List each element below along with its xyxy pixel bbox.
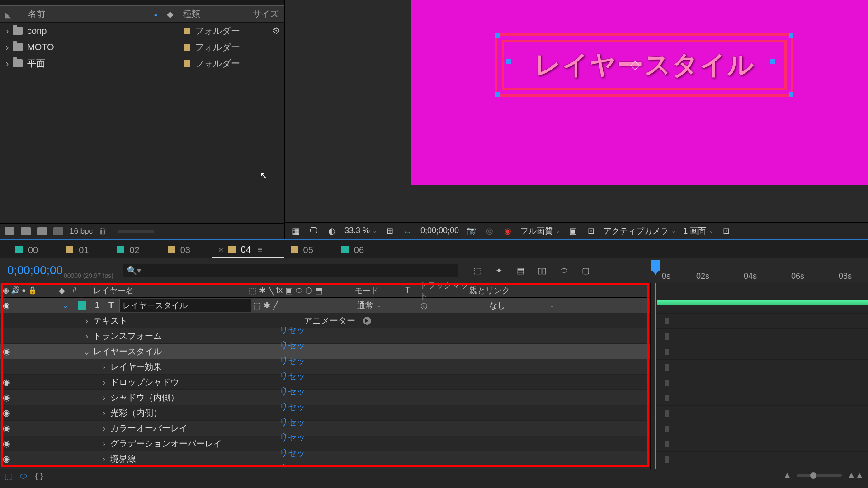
- keyframe-marker[interactable]: [665, 456, 669, 463]
- time-ruler[interactable]: 0s 02s 04s 06s 08s: [646, 258, 868, 283]
- snapshot-icon[interactable]: 📷: [466, 226, 477, 235]
- draft-3d-icon[interactable]: ✦: [493, 266, 505, 276]
- zoom-slider[interactable]: [797, 474, 842, 477]
- layer-row[interactable]: ◉ ⌄ 1 T レイヤースタイル ⬚ ✱ ╱ 通常 ⌄: [0, 298, 650, 313]
- brackets-icon[interactable]: { }: [35, 471, 45, 479]
- motion-blur-icon[interactable]: ⬭: [558, 266, 570, 276]
- keyframe-marker[interactable]: [665, 395, 669, 401]
- expand-caret-icon[interactable]: ›: [80, 331, 93, 341]
- grid-icon[interactable]: ⊞: [384, 226, 395, 235]
- toggle-modes-icon[interactable]: ⬭: [20, 471, 30, 479]
- timeline-tracks[interactable]: [650, 283, 868, 469]
- selection-handle[interactable]: [789, 33, 793, 38]
- tab-00[interactable]: 00: [9, 242, 60, 258]
- expand-caret-icon[interactable]: ›: [80, 316, 93, 326]
- expand-caret-icon[interactable]: ›: [98, 408, 110, 418]
- keyframe-marker[interactable]: [665, 426, 669, 432]
- col-name[interactable]: 名前: [14, 8, 153, 20]
- lock-icon[interactable]: 🔒: [28, 286, 37, 295]
- layer-name-input[interactable]: レイヤースタイル: [119, 299, 251, 312]
- new-folder-icon[interactable]: [21, 227, 31, 235]
- property-gradient-overlay[interactable]: ◉ › グラデーションオーバーレイ リセット: [0, 436, 650, 451]
- monitor-icon[interactable]: 🖵: [308, 226, 319, 235]
- reset-button[interactable]: リセット: [272, 447, 308, 471]
- project-column-headers[interactable]: ◣ 名前 ▲ ◆ 種類 サイズ: [0, 5, 284, 23]
- current-timecode[interactable]: 0;00;00;00: [7, 263, 63, 277]
- selection-handle[interactable]: [770, 59, 775, 64]
- expand-caret-icon[interactable]: ›: [98, 454, 110, 464]
- selection-handle[interactable]: [495, 33, 500, 38]
- show-snapshot-icon[interactable]: ◎: [484, 226, 495, 235]
- camera-dropdown[interactable]: アクティブカメラ ⌄: [604, 225, 676, 236]
- mask-icon[interactable]: ◐: [326, 226, 337, 235]
- col-type[interactable]: 種類: [180, 8, 253, 20]
- keyframe-marker[interactable]: [665, 349, 669, 355]
- transparency-icon[interactable]: ▣: [567, 226, 578, 235]
- property-inner-shadow[interactable]: ◉ › シャドウ（内側） リセット: [0, 390, 650, 405]
- property-text[interactable]: › テキスト アニメーター :: [0, 313, 650, 328]
- track-matte-dropdown[interactable]: ◎: [420, 300, 489, 310]
- tab-03[interactable]: 03: [161, 242, 212, 258]
- property-layer-effect[interactable]: › レイヤー効果 リセット: [0, 359, 650, 375]
- selection-handle[interactable]: [495, 92, 500, 97]
- zoom-out-icon[interactable]: ▲: [783, 470, 792, 480]
- label-swatch[interactable]: [184, 44, 190, 51]
- close-icon[interactable]: ×: [218, 244, 224, 255]
- animator-label[interactable]: アニメーター :: [304, 315, 360, 327]
- panel-menu-icon[interactable]: ≡: [257, 244, 263, 255]
- toggle-switches-icon[interactable]: ⬚: [5, 471, 14, 479]
- project-item[interactable]: › MOTO フォルダー: [0, 39, 284, 55]
- audio-icon[interactable]: 🔊: [11, 286, 20, 295]
- keyframe-marker[interactable]: [665, 441, 669, 447]
- pickwhip-icon[interactable]: ◎: [420, 300, 428, 310]
- new-comp-icon[interactable]: [37, 227, 47, 235]
- blend-mode-dropdown[interactable]: 通常 ⌄: [355, 300, 406, 311]
- visibility-toggle[interactable]: ◉: [3, 439, 10, 448]
- shy-icon[interactable]: ▤: [514, 266, 526, 276]
- viewer-timecode[interactable]: 0;00;00;00: [420, 226, 459, 235]
- parent-dropdown[interactable]: なし ⌄: [489, 300, 580, 311]
- sort-arrow-icon[interactable]: ▲: [153, 11, 159, 18]
- col-parent[interactable]: 親とリンク: [469, 285, 560, 296]
- keyframe-marker[interactable]: [665, 364, 669, 371]
- tab-05[interactable]: 05: [284, 242, 335, 258]
- col-num[interactable]: #: [72, 286, 89, 295]
- tab-06[interactable]: 06: [335, 242, 386, 258]
- eye-icon[interactable]: ◉: [3, 286, 9, 295]
- graph-editor-icon[interactable]: ▢: [580, 266, 591, 276]
- effects-switch[interactable]: ✱: [264, 300, 270, 310]
- text-layer-preview[interactable]: レイヤースタイル: [495, 33, 793, 97]
- expand-caret-icon[interactable]: ⌄: [56, 300, 74, 310]
- layer-duration-bar[interactable]: [657, 300, 868, 305]
- canvas[interactable]: レイヤースタイル: [411, 0, 868, 185]
- solo-icon[interactable]: ●: [22, 286, 26, 295]
- selection-handle[interactable]: [506, 59, 511, 64]
- visibility-toggle[interactable]: ◉: [3, 300, 10, 310]
- resolution-dropdown[interactable]: フル画質 ⌄: [520, 225, 560, 236]
- expand-caret-icon[interactable]: ›: [98, 439, 110, 449]
- shy-switch[interactable]: ⬚: [253, 300, 261, 310]
- keyframe-marker[interactable]: [665, 333, 669, 340]
- keyframe-marker[interactable]: [665, 380, 669, 386]
- col-size[interactable]: サイズ: [253, 8, 280, 20]
- collapse-caret-icon[interactable]: ⌄: [80, 347, 93, 357]
- pixel-aspect-icon[interactable]: ⊡: [721, 226, 731, 235]
- quality-switch[interactable]: ╱: [273, 300, 278, 310]
- zoom-dropdown[interactable]: 33.3 % ⌄: [344, 226, 377, 235]
- label-swatch[interactable]: [78, 301, 86, 310]
- frame-blend-icon[interactable]: ▯▯: [536, 266, 548, 276]
- property-stroke[interactable]: ◉ › 境界線 リセット: [0, 451, 650, 467]
- region-icon[interactable]: ▱: [402, 226, 413, 235]
- expand-caret-icon[interactable]: ›: [4, 42, 11, 52]
- 3d-view-icon[interactable]: ⊡: [585, 226, 596, 235]
- property-drop-shadow[interactable]: ◉ › ドロップシャドウ リセット: [0, 375, 650, 390]
- visibility-toggle[interactable]: ◉: [3, 393, 10, 402]
- expand-caret-icon[interactable]: ›: [4, 26, 11, 36]
- bit-depth[interactable]: 16 bpc: [70, 227, 93, 236]
- visibility-toggle[interactable]: ◉: [3, 347, 10, 356]
- adjust-icon[interactable]: [53, 227, 63, 235]
- comp-mini-flowchart-icon[interactable]: ⬚: [471, 266, 483, 276]
- layer-search-input[interactable]: 🔍▾: [123, 264, 458, 277]
- expand-caret-icon[interactable]: ›: [98, 377, 110, 387]
- visibility-toggle[interactable]: ◉: [3, 454, 10, 464]
